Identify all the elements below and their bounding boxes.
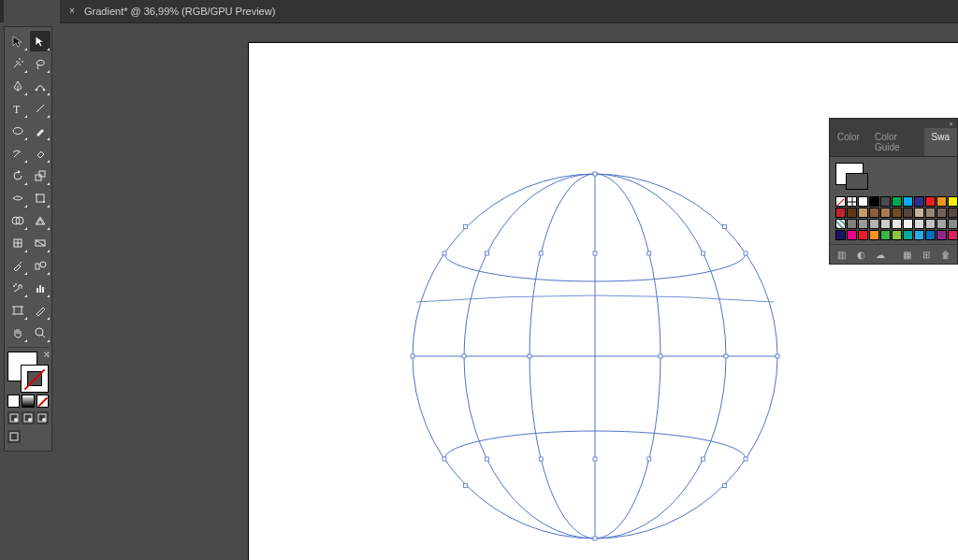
document-tab[interactable]: × Gradient* @ 36,99% (RGB/GPU Preview)	[60, 0, 288, 22]
zoom-tool[interactable]	[30, 323, 51, 343]
delete-swatch-icon[interactable]: 🗑	[939, 248, 951, 261]
swatch-color[interactable]	[903, 230, 913, 240]
draw-behind[interactable]	[22, 411, 34, 424]
swatch-color[interactable]	[880, 219, 891, 229]
swatch-color[interactable]	[936, 219, 947, 229]
artboard-tool[interactable]	[7, 300, 28, 321]
scale-tool[interactable]	[30, 165, 51, 186]
swatch-color[interactable]	[925, 230, 936, 240]
swatch-color[interactable]	[936, 208, 947, 218]
perspective-grid-tool[interactable]	[30, 210, 51, 231]
pen-tool[interactable]	[7, 76, 28, 96]
symbol-sprayer-tool[interactable]	[7, 278, 28, 298]
svg-rect-50	[702, 251, 705, 255]
fill-stroke-indicator[interactable]: ⤭	[7, 352, 49, 393]
panel-chrome[interactable]: ×	[830, 119, 957, 128]
new-swatch-icon[interactable]: ⊞	[921, 248, 933, 261]
current-fill-stroke[interactable]	[835, 163, 864, 185]
new-color-group-icon[interactable]: ▦	[901, 248, 913, 261]
swatch-color[interactable]	[903, 219, 913, 229]
swatch-color[interactable]	[869, 196, 879, 207]
svg-rect-36	[593, 172, 597, 176]
eraser-tool[interactable]	[30, 143, 51, 164]
swatch-color[interactable]	[914, 208, 924, 218]
swatch-color[interactable]	[903, 208, 913, 218]
swatch-color[interactable]	[880, 230, 891, 240]
paintbrush-tool[interactable]	[30, 121, 51, 141]
close-icon[interactable]: ×	[67, 7, 77, 16]
gradient-tool[interactable]	[30, 233, 51, 253]
slice-tool[interactable]	[30, 300, 51, 321]
swatch-pattern[interactable]	[835, 219, 846, 229]
swatch-color[interactable]	[892, 230, 902, 240]
swatch-color[interactable]	[892, 208, 902, 218]
shape-builder-tool[interactable]	[7, 210, 28, 231]
line-segment-tool[interactable]	[30, 98, 51, 119]
swatch-color[interactable]	[914, 196, 924, 207]
swatch-color[interactable]	[948, 219, 958, 229]
show-kinds-icon[interactable]: ◐	[855, 248, 867, 261]
swatch-color[interactable]	[892, 196, 902, 207]
swatch-options-icon[interactable]: ☁	[874, 248, 886, 261]
swatch-color[interactable]	[914, 219, 924, 229]
color-mode-gradient[interactable]	[22, 395, 34, 408]
panel-close-icon[interactable]: ×	[949, 120, 953, 128]
dock-sliver	[0, 0, 4, 22]
swatch-color[interactable]	[936, 230, 947, 240]
type-tool[interactable]: T	[7, 98, 28, 119]
mesh-tool[interactable]	[7, 233, 28, 253]
shaper-tool[interactable]	[7, 143, 28, 164]
swatch-color[interactable]	[869, 219, 879, 229]
width-tool[interactable]	[7, 188, 28, 208]
swatch-libraries-menu-icon[interactable]: ▥	[835, 248, 848, 261]
swatch-color[interactable]	[880, 196, 891, 207]
swatch-registration[interactable]	[847, 196, 857, 207]
swatch-color[interactable]	[903, 196, 913, 207]
swatch-color[interactable]	[847, 208, 857, 218]
swatch-color[interactable]	[835, 208, 846, 218]
column-graph-tool[interactable]	[30, 278, 51, 298]
swatch-color[interactable]	[948, 230, 958, 240]
lasso-tool[interactable]	[30, 53, 51, 74]
swap-fill-stroke-icon[interactable]: ⤭	[43, 350, 51, 359]
color-mode-none[interactable]	[36, 395, 49, 408]
swatch-color[interactable]	[925, 196, 936, 207]
swatch-color[interactable]	[858, 208, 868, 218]
draw-normal[interactable]	[7, 411, 20, 424]
panel-tab-color[interactable]: Color	[830, 128, 867, 156]
draw-inside[interactable]	[36, 411, 49, 424]
rotate-tool[interactable]	[7, 165, 28, 186]
canvas-stage[interactable]	[60, 22, 958, 560]
swatch-none[interactable]	[835, 196, 846, 207]
swatch-color[interactable]	[858, 196, 868, 207]
swatch-color[interactable]	[880, 208, 891, 218]
swatch-color[interactable]	[835, 230, 846, 240]
free-transform-tool[interactable]	[30, 188, 51, 208]
color-mode-solid[interactable]	[7, 395, 20, 408]
hand-tool[interactable]	[7, 323, 28, 343]
blend-tool[interactable]	[30, 255, 51, 276]
swatch-color[interactable]	[914, 230, 924, 240]
swatch-color[interactable]	[847, 219, 857, 229]
panel-tab-swatches[interactable]: Swa	[924, 128, 957, 156]
ellipse-tool[interactable]	[7, 121, 28, 141]
swatch-color[interactable]	[892, 219, 902, 229]
selection-tool[interactable]	[7, 31, 28, 51]
panel-tab-color-guide[interactable]: Color Guide	[867, 128, 924, 156]
swatch-color[interactable]	[869, 208, 879, 218]
swatch-color[interactable]	[858, 230, 868, 240]
swatch-color[interactable]	[925, 208, 936, 218]
swatch-color[interactable]	[948, 196, 958, 207]
swatch-color[interactable]	[858, 219, 868, 229]
magic-wand-tool[interactable]	[7, 53, 28, 74]
direct-selection-tool[interactable]	[30, 31, 51, 51]
swatch-color[interactable]	[847, 230, 857, 240]
stroke-swatch[interactable]	[21, 365, 49, 393]
eyedropper-tool[interactable]	[7, 255, 28, 276]
swatch-color[interactable]	[869, 230, 879, 240]
swatch-color[interactable]	[925, 219, 936, 229]
swatch-color[interactable]	[936, 196, 947, 207]
screen-mode-button[interactable]	[7, 430, 21, 443]
curvature-tool[interactable]	[30, 76, 51, 96]
swatch-color[interactable]	[948, 208, 958, 218]
